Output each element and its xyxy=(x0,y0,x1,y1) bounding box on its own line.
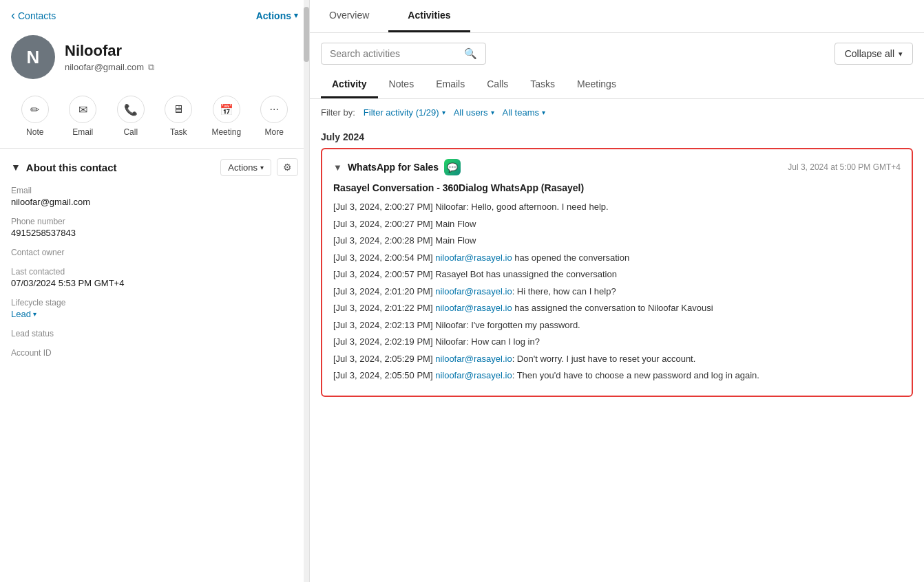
email-label: Email xyxy=(72,127,93,137)
last-contacted-label: Last contacted xyxy=(11,267,298,277)
tab-emails[interactable]: Emails xyxy=(425,72,476,98)
tab-tasks[interactable]: Tasks xyxy=(519,72,566,98)
tab-activity[interactable]: Activity xyxy=(321,72,378,98)
message-line-10: [Jul 3, 2024, 2:05:29 PM] niloofar@rasay… xyxy=(333,352,901,366)
account-id-label: Account ID xyxy=(11,348,298,358)
action-icons-bar: ✏ Note ✉ Email 📞 Call 🖥 Task 📅 Meeting ·… xyxy=(0,90,309,148)
action-meeting[interactable]: 📅 Meeting xyxy=(202,96,251,137)
lifecycle-value[interactable]: Lead xyxy=(11,309,36,319)
conversation-title: Rasayel Conversation - 360Dialog WhatsAp… xyxy=(333,182,901,193)
link-rasayel-4[interactable]: niloofar@rasayel.io xyxy=(435,354,512,364)
action-call[interactable]: 📞 Call xyxy=(107,96,155,137)
scrollbar-thumb[interactable] xyxy=(304,7,309,62)
contact-email: niloofar@gmail.com xyxy=(65,62,144,72)
search-icon: 🔍 xyxy=(464,47,477,60)
link-rasayel-1[interactable]: niloofar@rasayel.io xyxy=(435,252,512,263)
field-email: Email niloofar@gmail.com xyxy=(11,186,298,207)
month-header: July 2024 xyxy=(310,126,924,148)
activity-tabs: Activity Notes Emails Calls Tasks Meetin… xyxy=(310,72,924,99)
action-note[interactable]: ✏ Note xyxy=(11,96,59,137)
message-line-2: [Jul 3, 2024, 2:00:27 PM] Main Flow xyxy=(333,217,901,231)
action-more[interactable]: ··· More xyxy=(251,96,299,137)
last-contacted-value: 07/03/2024 5:53 PM GMT+4 xyxy=(11,278,298,288)
contact-header: N Niloofar niloofar@gmail.com ⧉ xyxy=(0,30,309,90)
activity-controls: 🔍 Collapse all xyxy=(310,33,924,65)
phone-field-value: 4915258537843 xyxy=(11,228,298,238)
contacts-link[interactable]: Contacts xyxy=(11,8,56,23)
card-collapse-arrow[interactable]: ▼ xyxy=(333,162,342,173)
meeting-label: Meeting xyxy=(211,127,241,137)
message-line-4: [Jul 3, 2024, 2:00:54 PM] niloofar@rasay… xyxy=(333,251,901,265)
card-timestamp: Jul 3, 2024 at 5:00 PM GMT+4 xyxy=(788,162,901,172)
about-actions-button[interactable]: Actions xyxy=(220,159,271,176)
tab-overview[interactable]: Overview xyxy=(310,0,388,32)
contact-email-row: niloofar@gmail.com ⧉ xyxy=(65,62,154,73)
lifecycle-row: Lead xyxy=(11,309,298,319)
about-actions: Actions ⚙ xyxy=(220,158,298,176)
call-label: Call xyxy=(123,127,138,137)
about-title: About this contact xyxy=(26,162,117,173)
tab-activities[interactable]: Activities xyxy=(388,0,470,32)
message-line-8: [Jul 3, 2024, 2:02:13 PM] Niloofar: I've… xyxy=(333,319,901,332)
right-panel: Overview Activities 🔍 Collapse all Activ… xyxy=(310,0,924,582)
about-header: ▼ About this contact Actions ⚙ xyxy=(11,158,298,176)
search-input[interactable] xyxy=(330,48,459,59)
card-title-row: ▼ WhatsApp for Sales 💬 xyxy=(333,159,461,175)
filter-by-label: Filter by: xyxy=(321,107,355,118)
field-account-id: Account ID xyxy=(11,348,298,358)
copy-email-icon[interactable]: ⧉ xyxy=(148,62,154,73)
activity-card-whatsapp: ▼ WhatsApp for Sales 💬 Jul 3, 2024 at 5:… xyxy=(321,148,913,397)
tab-meetings[interactable]: Meetings xyxy=(566,72,627,98)
task-icon: 🖥 xyxy=(165,96,192,123)
about-title-row: ▼ About this contact xyxy=(11,162,117,173)
message-line-9: [Jul 3, 2024, 2:02:19 PM] Niloofar: How … xyxy=(333,335,901,349)
field-contact-owner: Contact owner xyxy=(11,248,298,257)
email-field-value: niloofar@gmail.com xyxy=(11,197,298,207)
message-line-1: [Jul 3, 2024, 2:00:27 PM] Niloofar: Hell… xyxy=(333,200,901,214)
lifecycle-label: Lifecycle stage xyxy=(11,298,298,308)
link-rasayel-5[interactable]: niloofar@rasayel.io xyxy=(435,370,512,380)
field-lead-status: Lead status xyxy=(11,329,298,338)
note-label: Note xyxy=(26,127,43,137)
whatsapp-icon: 💬 xyxy=(444,159,461,175)
settings-icon-button[interactable]: ⚙ xyxy=(277,158,298,176)
email-icon: ✉ xyxy=(69,96,96,123)
all-teams-button[interactable]: All teams xyxy=(503,107,545,118)
more-icon: ··· xyxy=(260,96,288,123)
field-phone: Phone number 4915258537843 xyxy=(11,217,298,238)
main-tab-bar: Overview Activities xyxy=(310,0,924,33)
meeting-icon: 📅 xyxy=(213,96,240,123)
tab-notes[interactable]: Notes xyxy=(378,72,426,98)
actions-button-top[interactable]: Actions xyxy=(256,10,298,21)
phone-field-label: Phone number xyxy=(11,217,298,226)
tab-calls[interactable]: Calls xyxy=(476,72,519,98)
card-header: ▼ WhatsApp for Sales 💬 Jul 3, 2024 at 5:… xyxy=(333,159,901,175)
message-line-3: [Jul 3, 2024, 2:00:28 PM] Main Flow xyxy=(333,234,901,248)
more-label: More xyxy=(265,127,284,137)
lead-status-label: Lead status xyxy=(11,329,298,338)
link-rasayel-2[interactable]: niloofar@rasayel.io xyxy=(435,286,512,297)
scrollbar-track[interactable] xyxy=(304,0,309,582)
search-bar: 🔍 xyxy=(321,43,486,65)
contact-name: Niloofar xyxy=(65,42,154,60)
collapse-all-button[interactable]: Collapse all xyxy=(834,43,913,65)
field-last-contacted: Last contacted 07/03/2024 5:53 PM GMT+4 xyxy=(11,267,298,288)
task-label: Task xyxy=(170,127,187,137)
email-field-label: Email xyxy=(11,186,298,195)
action-email[interactable]: ✉ Email xyxy=(59,96,107,137)
field-lifecycle: Lifecycle stage Lead xyxy=(11,298,298,319)
call-icon: 📞 xyxy=(117,96,145,123)
action-task[interactable]: 🖥 Task xyxy=(155,96,203,137)
about-collapse-arrow[interactable]: ▼ xyxy=(11,162,21,173)
message-line-11: [Jul 3, 2024, 2:05:50 PM] niloofar@rasay… xyxy=(333,369,901,382)
all-users-button[interactable]: All users xyxy=(454,107,494,118)
message-line-5: [Jul 3, 2024, 2:00:57 PM] Rasayel Bot ha… xyxy=(333,268,901,281)
avatar: N xyxy=(11,35,55,79)
filter-activity-button[interactable]: Filter activity (1/29) xyxy=(364,107,445,118)
contact-owner-label: Contact owner xyxy=(11,248,298,257)
link-rasayel-3[interactable]: niloofar@rasayel.io xyxy=(435,303,512,313)
about-section: ▼ About this contact Actions ⚙ Email nil… xyxy=(0,148,309,377)
contact-info: Niloofar niloofar@gmail.com ⧉ xyxy=(65,42,154,73)
message-line-6: [Jul 3, 2024, 2:01:20 PM] niloofar@rasay… xyxy=(333,285,901,299)
left-panel: Contacts Actions N Niloofar niloofar@gma… xyxy=(0,0,310,582)
